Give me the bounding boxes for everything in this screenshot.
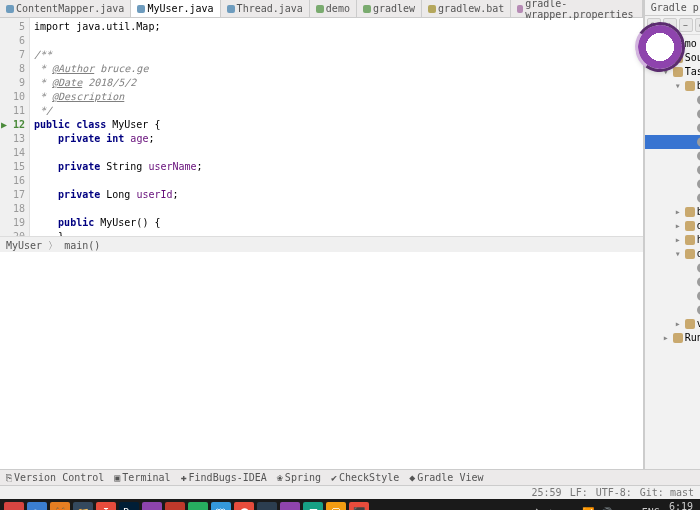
taskbar-app[interactable]: ⬛ — [349, 502, 369, 510]
tray-icon[interactable]: ↕ — [558, 507, 564, 511]
file-icon — [6, 5, 14, 13]
tree-twisty[interactable]: ▸ — [673, 220, 683, 232]
git-branch[interactable]: Git: mast — [640, 487, 694, 498]
file-icon — [517, 5, 523, 13]
taskbar-app[interactable]: 🛡 — [211, 502, 231, 510]
code-content[interactable]: import java.util.Map; /** * @Author bruc… — [30, 18, 643, 236]
tree-twisty[interactable]: ▾ — [673, 248, 683, 260]
toolbar-btn[interactable]: ⚙ — [695, 18, 700, 32]
tree-twisty[interactable]: ▾ — [673, 80, 683, 92]
taskbar-app[interactable]: ◎ — [280, 502, 300, 510]
tree-item[interactable]: ▸Run Configurations — [645, 331, 700, 345]
tree-item[interactable]: ▸build setup — [645, 205, 700, 219]
tree-item[interactable]: build — [645, 107, 700, 121]
tool-window-icon: ▣ — [114, 472, 120, 483]
tree-twisty[interactable]: ▸ — [673, 206, 683, 218]
tool-window-tab[interactable]: ❀ Spring — [277, 472, 321, 483]
taskbar-app[interactable]: ✉ — [165, 502, 185, 510]
taskbar-app[interactable]: ☰ — [303, 502, 323, 510]
file-icon — [363, 5, 371, 13]
tree-item[interactable]: ▸help — [645, 233, 700, 247]
tree-item[interactable]: compileTestJava — [645, 275, 700, 289]
tray-icon[interactable]: ▥ — [618, 507, 624, 511]
panel-title-text: Gradle projects — [651, 2, 700, 13]
tree-item[interactable]: testClasses — [645, 191, 700, 205]
tree-label: Run Configurations — [685, 332, 700, 344]
editor-tab[interactable]: demo — [310, 0, 357, 17]
taskbar-tray: ⌃⚡↕◧📶🔊▥▦ENG6:192019/ — [534, 501, 696, 510]
tree-item[interactable]: compileJava — [645, 261, 700, 275]
tree-label: Source Sets — [685, 52, 700, 64]
tool-window-tab[interactable]: ✚ FindBugs-IDEA — [181, 472, 267, 483]
taskbar-app[interactable]: ⬤ — [234, 502, 254, 510]
line-ending[interactable]: LF: — [570, 487, 588, 498]
taskbar-app[interactable]: ▤ — [257, 502, 277, 510]
editor-tab[interactable]: gradlew.bat — [422, 0, 511, 17]
taskbar-app[interactable]: ◆ — [4, 502, 24, 510]
tree-item[interactable]: clean — [645, 163, 700, 177]
editor-tab[interactable]: gradle-wrapper.properties — [511, 0, 642, 17]
tree-item[interactable]: assemble — [645, 93, 700, 107]
taskbar-app[interactable]: 🦊 — [50, 502, 70, 510]
tool-window-tab[interactable]: ▣ Terminal — [114, 472, 170, 483]
tree-item[interactable]: ▾build — [645, 79, 700, 93]
tree-item[interactable]: ▸verification — [645, 317, 700, 331]
tool-window-icon: ✚ — [181, 472, 187, 483]
tree-icon — [685, 235, 695, 245]
tree-icon — [685, 249, 695, 259]
tree-item[interactable]: classes — [645, 149, 700, 163]
taskbar-app[interactable]: 📁 — [73, 502, 93, 510]
progress-value: 73% — [651, 42, 669, 53]
editor-tab[interactable]: gradlew — [357, 0, 422, 17]
editor-tab[interactable]: ContentMapper.java — [0, 0, 131, 17]
taskbar-app[interactable]: 🗂 — [27, 502, 47, 510]
progress-indicator[interactable]: 73% — [638, 25, 682, 69]
tray-icon[interactable]: 🔊 — [600, 507, 612, 511]
tree-twisty[interactable]: ▸ — [673, 234, 683, 246]
tray-icon[interactable]: ◧ — [570, 507, 576, 511]
tool-window-icon: ◆ — [409, 472, 415, 483]
tool-window-tab[interactable]: ◆ Gradle View — [409, 472, 483, 483]
taskbar-app[interactable]: ◉ — [142, 502, 162, 510]
tree-icon — [673, 333, 683, 343]
taskbar-app[interactable]: I — [96, 502, 116, 510]
tree-icon — [685, 221, 695, 231]
tree-item[interactable]: buildDependents — [645, 121, 700, 135]
tray-icon[interactable]: 📶 — [582, 507, 594, 511]
language-indicator[interactable]: ENG — [642, 507, 660, 511]
tree-item[interactable]: ▸documentation — [645, 219, 700, 233]
tree-icon — [673, 67, 683, 77]
tree-item[interactable]: processResources — [645, 289, 700, 303]
tool-window-tab[interactable]: ⎘ Version Control — [6, 472, 104, 483]
status-bar: 25:59 LF: UTF-8: Git: mast — [0, 485, 700, 499]
editor-tab[interactable]: MyUser.java — [131, 0, 220, 17]
clock[interactable]: 6:192019/ — [666, 501, 696, 510]
toolbar-btn[interactable]: − — [679, 18, 693, 32]
tree-twisty[interactable]: ▸ — [673, 318, 683, 330]
tray-icon[interactable]: ⚡ — [546, 507, 552, 511]
tool-window-tab[interactable]: ✔ CheckStyle — [331, 472, 399, 483]
tree-label: Tasks — [685, 66, 700, 78]
tool-window-icon: ⎘ — [6, 472, 12, 483]
encoding[interactable]: UTF-8: — [596, 487, 632, 498]
file-icon — [316, 5, 324, 13]
code-area: 567891011▶ 12131415161718192021▶ 222324💡… — [0, 18, 643, 236]
tree-item[interactable]: ▾other — [645, 247, 700, 261]
tree-twisty[interactable]: ▸ — [661, 332, 671, 344]
editor-tab[interactable]: Thread.java — [221, 0, 310, 17]
tree-icon — [685, 319, 695, 329]
windows-taskbar: ◆🗂🦊📁IPs◉✉✈🛡⬤▤◎☰🗨⬛⌃⚡↕◧📶🔊▥▦ENG6:192019/ — [0, 499, 700, 510]
tree-item[interactable]: jar — [645, 177, 700, 191]
taskbar-app[interactable]: 🗨 — [326, 502, 346, 510]
editor-blank-area — [0, 252, 643, 470]
taskbar-app[interactable]: Ps — [119, 502, 139, 510]
tree-item[interactable]: processTestResources — [645, 303, 700, 317]
panel-title: Gradle projects — [645, 0, 700, 16]
tray-icon[interactable]: ⌃ — [534, 507, 540, 511]
tree-item[interactable]: buildNeeded — [645, 135, 700, 149]
file-icon — [428, 5, 436, 13]
gradle-tree[interactable]: ▾demoSource Sets▾Tasks▾buildassemblebuil… — [645, 35, 700, 469]
taskbar-app[interactable]: ✈ — [188, 502, 208, 510]
breadcrumb[interactable]: MyUser 〉 main() — [0, 236, 643, 252]
tray-icon[interactable]: ▦ — [630, 507, 636, 511]
